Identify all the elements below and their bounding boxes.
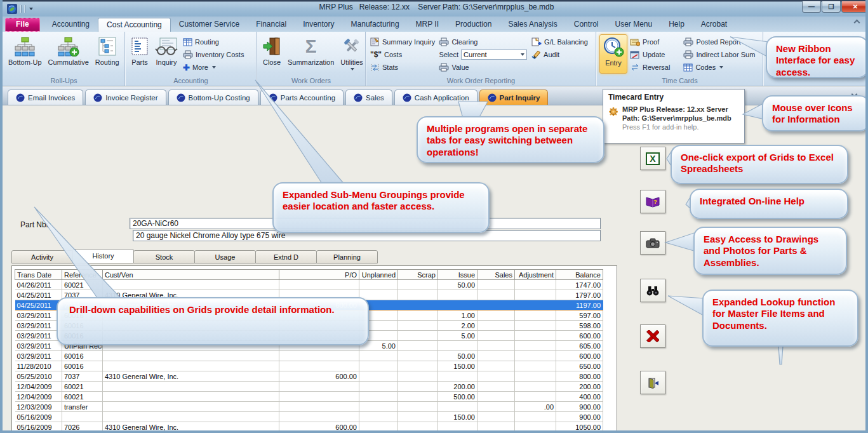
cell[interactable] bbox=[438, 341, 477, 351]
cell[interactable]: 5.00 bbox=[438, 331, 477, 341]
cell[interactable] bbox=[515, 331, 556, 341]
exit-button[interactable] bbox=[640, 371, 665, 394]
cell[interactable]: 650.00 bbox=[556, 361, 603, 371]
cell[interactable]: 600.00 bbox=[556, 351, 603, 361]
cell[interactable] bbox=[103, 402, 279, 412]
cell[interactable]: 200.00 bbox=[556, 382, 603, 392]
col-trans-date[interactable]: Trans Date bbox=[15, 270, 62, 280]
routing-rollup-button[interactable]: Routing bbox=[93, 34, 122, 74]
cell[interactable]: 04/26/2011 bbox=[15, 280, 62, 290]
cell[interactable] bbox=[359, 402, 398, 412]
cell[interactable]: 60016 bbox=[62, 361, 103, 371]
cell[interactable]: 05/16/2009 bbox=[15, 412, 62, 422]
cell[interactable] bbox=[359, 422, 398, 432]
cell[interactable] bbox=[359, 280, 398, 290]
cell[interactable] bbox=[515, 371, 556, 382]
reversal-button[interactable]: Reversal bbox=[628, 62, 681, 73]
cell[interactable]: 12/04/2009 bbox=[15, 392, 62, 402]
audit-button[interactable]: Audit bbox=[530, 49, 593, 60]
cell[interactable]: 600.00 bbox=[279, 371, 359, 382]
ribbon-tab-inventory[interactable]: Inventory bbox=[295, 18, 342, 32]
cell[interactable] bbox=[103, 280, 279, 290]
cell[interactable] bbox=[515, 392, 556, 402]
cell[interactable]: 7037 bbox=[62, 371, 103, 382]
col-reference[interactable]: Reference bbox=[62, 270, 103, 280]
cell[interactable] bbox=[438, 422, 477, 432]
cell[interactable]: 03/29/2011 bbox=[15, 351, 62, 361]
cell[interactable]: 05/25/2010 bbox=[15, 371, 62, 382]
col-custven[interactable]: Cust/Ven bbox=[103, 270, 279, 280]
cell[interactable]: 598.00 bbox=[556, 321, 603, 331]
cell[interactable]: .00 bbox=[515, 402, 556, 412]
cell[interactable] bbox=[515, 300, 556, 310]
cell[interactable] bbox=[359, 361, 398, 371]
cell[interactable] bbox=[359, 392, 398, 402]
cell[interactable]: 150.00 bbox=[438, 412, 477, 422]
help-button[interactable]: ? bbox=[640, 190, 665, 213]
cell[interactable] bbox=[477, 392, 515, 402]
table-row[interactable]: 12/04/200960021200.00200.00 bbox=[15, 382, 603, 392]
cell[interactable]: 1050.00 bbox=[556, 422, 603, 432]
table-row[interactable]: 05/25/201070374310 General Wire, Inc.600… bbox=[15, 371, 603, 382]
summarization-button[interactable]: Σ Summarization bbox=[285, 34, 337, 74]
cell[interactable] bbox=[398, 382, 438, 392]
cell[interactable] bbox=[398, 280, 438, 290]
cell[interactable] bbox=[477, 341, 515, 351]
tab-usage[interactable]: Usage bbox=[194, 250, 256, 263]
tab-extnd-desc[interactable]: Extnd D bbox=[255, 250, 317, 263]
cell[interactable] bbox=[62, 412, 103, 422]
cell[interactable] bbox=[477, 321, 515, 331]
cell[interactable] bbox=[477, 361, 515, 371]
cell[interactable]: 50.00 bbox=[438, 351, 477, 361]
lookup-button[interactable] bbox=[640, 279, 665, 302]
cell[interactable] bbox=[359, 382, 398, 392]
cell[interactable]: 597.00 bbox=[556, 310, 603, 321]
doc-tab-bottom-up-costing[interactable]: Bottom-Up Costing bbox=[168, 90, 258, 105]
cell[interactable] bbox=[398, 392, 438, 402]
entry-button[interactable]: Entry bbox=[599, 34, 627, 74]
cell[interactable] bbox=[279, 402, 359, 412]
cell[interactable] bbox=[477, 412, 515, 422]
cell[interactable]: 50.00 bbox=[438, 280, 477, 290]
cell[interactable] bbox=[477, 290, 515, 300]
cell[interactable]: 60021 bbox=[62, 280, 103, 290]
cell[interactable] bbox=[398, 290, 438, 300]
cell[interactable] bbox=[359, 351, 398, 361]
indirect-labor-sum-button[interactable]: Indirect Labor Sum bbox=[681, 49, 760, 60]
cell[interactable]: 1.00 bbox=[438, 310, 477, 321]
cell[interactable]: 1197.00 bbox=[556, 300, 603, 310]
cell[interactable]: 600.00 bbox=[279, 422, 359, 432]
ribbon-tab-mrp-ii[interactable]: MRP II bbox=[408, 18, 447, 32]
cell[interactable] bbox=[398, 341, 438, 351]
cell[interactable] bbox=[103, 382, 279, 392]
col-balance[interactable]: Balance bbox=[556, 270, 603, 280]
ribbon-tab-acrobat[interactable]: Acrobat bbox=[693, 18, 735, 32]
cell[interactable]: 900.00 bbox=[556, 412, 603, 422]
cell[interactable] bbox=[398, 331, 438, 341]
cell[interactable] bbox=[477, 371, 515, 382]
export-excel-button[interactable]: X bbox=[640, 147, 665, 170]
table-row[interactable]: 12/04/200960021500.00400.00 bbox=[15, 392, 603, 402]
cell[interactable] bbox=[103, 351, 279, 361]
cell[interactable]: 7026 bbox=[62, 422, 103, 432]
codes-button[interactable]: Codes bbox=[681, 62, 760, 73]
cell[interactable] bbox=[515, 422, 556, 432]
cell[interactable]: 150.00 bbox=[438, 361, 477, 371]
cell[interactable] bbox=[515, 310, 556, 321]
cell[interactable]: 04/25/2011 bbox=[15, 290, 62, 300]
cell[interactable] bbox=[398, 300, 438, 310]
cell[interactable]: 05/16/2009 bbox=[15, 422, 62, 432]
col-po[interactable]: P/O bbox=[279, 270, 359, 280]
cell[interactable] bbox=[398, 402, 438, 412]
ribbon-tab-user-menu[interactable]: User Menu bbox=[606, 18, 660, 32]
cell[interactable] bbox=[477, 422, 515, 432]
cell[interactable] bbox=[359, 412, 398, 422]
table-row[interactable]: 05/16/2009150.00900.00 bbox=[15, 412, 603, 422]
cell[interactable]: 03/29/2011 bbox=[15, 321, 62, 331]
cell[interactable] bbox=[398, 412, 438, 422]
cell[interactable] bbox=[438, 371, 477, 382]
posted-report-button[interactable]: Posted Report bbox=[681, 36, 760, 48]
table-row[interactable]: 12/03/2009transfer.00900.00 bbox=[15, 402, 603, 412]
col-unplanned[interactable]: Unplanned bbox=[359, 270, 398, 280]
cell[interactable] bbox=[477, 351, 515, 361]
